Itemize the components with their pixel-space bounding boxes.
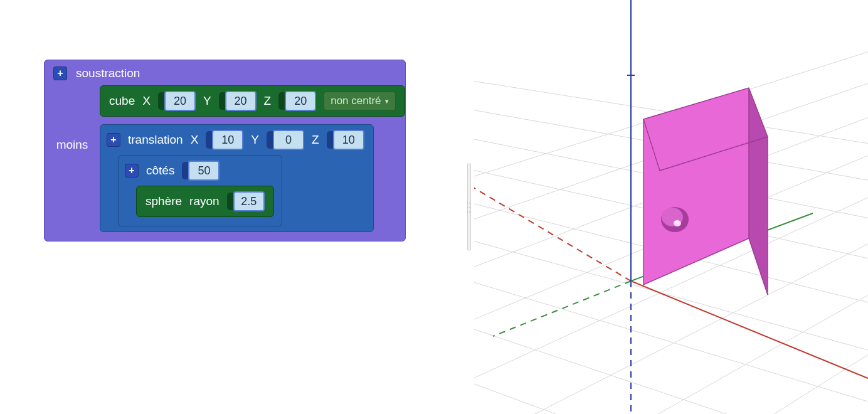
cube-x-input[interactable] [158, 91, 196, 111]
svg-point-30 [674, 220, 681, 226]
svg-line-16 [474, 326, 868, 414]
cube-centering-dropdown[interactable]: non centré [324, 92, 395, 110]
moins-label: moins [56, 138, 88, 152]
scene-svg [474, 0, 868, 414]
blocks-editor[interactable]: + soustraction moins cube X Y [0, 0, 464, 414]
cube-y-input[interactable] [219, 91, 257, 111]
cube-y-label: Y [203, 94, 211, 108]
soustraction-label: soustraction [76, 66, 140, 80]
sphere-rayon-label: rayon [189, 194, 220, 208]
translation-x-label: X [191, 133, 199, 147]
block-translation[interactable]: + translation X Y Z [100, 124, 374, 232]
expand-icon[interactable]: + [125, 164, 139, 178]
viewport-3d[interactable] [474, 0, 868, 414]
cotes-label: côtés [146, 164, 174, 178]
translation-z-input[interactable] [327, 130, 364, 150]
svg-marker-26 [643, 88, 749, 285]
sphere-rayon-input[interactable] [227, 191, 265, 211]
svg-point-31 [675, 221, 678, 223]
translation-y-input[interactable] [267, 130, 304, 150]
expand-icon[interactable]: + [53, 66, 67, 80]
translation-label: translation [128, 133, 183, 147]
svg-line-7 [474, 317, 868, 414]
translation-y-label: Y [251, 133, 259, 147]
pane-splitter[interactable]: ⋮⋮⋮ [464, 0, 474, 414]
block-sphere[interactable]: sphère rayon [136, 186, 274, 217]
grip-icon: ⋮⋮⋮ [467, 201, 472, 214]
sphere-label: sphère [146, 194, 182, 208]
translation-z-label: Z [312, 133, 319, 147]
svg-line-6 [474, 271, 868, 414]
rendered-cube [643, 88, 768, 295]
axis-x [631, 281, 868, 381]
translation-x-input[interactable] [206, 130, 243, 150]
svg-line-17 [474, 173, 631, 281]
cube-z-label: Z [264, 94, 272, 108]
svg-line-18 [493, 281, 631, 336]
block-cotes[interactable]: + côtés sphère rayon [118, 155, 282, 226]
cube-z-input[interactable] [278, 91, 316, 111]
cotes-input[interactable] [182, 161, 220, 181]
cube-label: cube [109, 94, 135, 108]
expand-icon[interactable]: + [107, 133, 120, 147]
block-soustraction[interactable]: + soustraction moins cube X Y [44, 60, 406, 242]
cube-x-label: X [142, 94, 151, 108]
block-cube[interactable]: cube X Y Z non centré [100, 85, 405, 117]
